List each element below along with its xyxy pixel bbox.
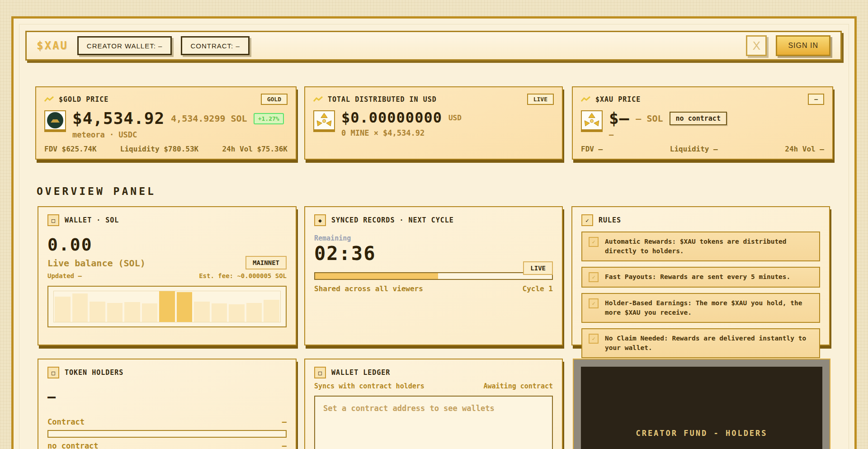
- panel-title: WALLET · SOL: [65, 216, 119, 224]
- x-social-icon[interactable]: X: [746, 35, 767, 56]
- cycle-timer: 02:36: [314, 244, 553, 263]
- holders-count: –: [47, 390, 287, 404]
- diamond-icon: ◆: [314, 214, 326, 226]
- xau-liquidity: Liquidity –: [670, 145, 718, 153]
- sparkline-bar: [229, 304, 245, 322]
- ledger-sub-right: Awaiting contract: [483, 382, 553, 390]
- ledger-placeholder: Set a contract address to see wallets: [323, 404, 495, 413]
- wallet-bars: [53, 291, 281, 322]
- sparkline-bar: [90, 302, 105, 322]
- creator-fund-label: CREATOR FUND - HOLDERS: [636, 429, 767, 438]
- panel-title: WALLET LEDGER: [331, 369, 390, 377]
- gold-price-value: $4,534.92: [72, 110, 165, 127]
- sparkline-bar: [212, 303, 227, 322]
- cycle-progress-track: [314, 272, 553, 280]
- rule-item: ✓ No Claim Needed: Rewards are delivered…: [581, 328, 820, 358]
- header-bar: $XAU CREATOR WALLET: – CONTRACT: – X SIG…: [25, 31, 842, 61]
- sparkline-bar: [107, 303, 123, 322]
- rule-check-icon: ✓: [589, 237, 599, 247]
- gold-pair-label: meteora · USDC: [72, 130, 284, 139]
- rules-card: ✓ RULES ✓ Automatic Rewards: $XAU tokens…: [571, 206, 830, 345]
- sign-in-button[interactable]: SIGN IN: [776, 35, 830, 56]
- wallet-updated: Updated –: [47, 272, 82, 279]
- xau-price-value: $–: [609, 110, 629, 127]
- gold-price-card: $GOLD PRICE GOLD $4,534.92 4,534.9299 SO…: [35, 86, 297, 160]
- live-badge: LIVE: [527, 94, 554, 105]
- trend-icon: [44, 96, 54, 103]
- mainnet-badge: MAINNET: [245, 256, 287, 269]
- sparkline-bar: [142, 303, 158, 322]
- contract-value: –: [282, 417, 287, 426]
- check-icon: ✓: [581, 214, 593, 226]
- ledger-list-box[interactable]: Set a contract address to see wallets: [314, 396, 553, 449]
- rule-check-icon: ✓: [589, 272, 599, 282]
- distributed-unit: USD: [448, 113, 462, 122]
- creator-wallet-button[interactable]: CREATOR WALLET: –: [77, 36, 172, 55]
- live-badge: LIVE: [523, 261, 553, 275]
- creator-fund-screen: CREATOR FUND - HOLDERS: [581, 367, 822, 449]
- holders-icon: □: [47, 367, 59, 378]
- rule-check-icon: ✓: [589, 334, 599, 344]
- sparkline-bar: [246, 303, 262, 322]
- rule-text: Holder-Based Earnings: The more $XAU you…: [605, 298, 813, 317]
- sparkline-bar: [177, 292, 193, 322]
- price-change-badge: +1.27%: [254, 113, 284, 124]
- xau-volume: 24h Vol –: [785, 145, 824, 153]
- card-title: TOTAL DISTRIBUTED IN USD: [328, 95, 437, 104]
- wallet-fee: Est. fee: ~0.000005 SOL: [199, 272, 287, 279]
- rule-text: No Claim Needed: Rewards are delivered i…: [605, 334, 813, 353]
- rule-item: ✓ Automatic Rewards: $XAU tokens are dis…: [581, 232, 820, 261]
- rule-item: ✓ Fast Payouts: Rewards are sent every 5…: [581, 267, 820, 288]
- wallet-ledger-card: □ WALLET LEDGER Syncs with contract hold…: [304, 359, 563, 449]
- card-title: $GOLD PRICE: [59, 95, 108, 104]
- cycle-progress-fill: [315, 273, 438, 279]
- no-contract-value: –: [282, 441, 287, 449]
- creator-fund-card: CREATOR FUND - HOLDERS: [573, 359, 830, 449]
- rule-check-icon: ✓: [589, 298, 599, 308]
- gold-fdv: FDV $625.74K: [44, 145, 97, 153]
- sparkline-bar: [194, 302, 210, 322]
- dash-badge: –: [808, 94, 824, 105]
- app-logo: $XAU: [37, 39, 68, 52]
- gold-volume: 24h Vol $75.36K: [222, 145, 288, 153]
- token-holders-card: □ TOKEN HOLDERS – Contract – no contract…: [38, 359, 297, 449]
- sync-footer-left: Shared across all viewers: [314, 284, 423, 293]
- rule-text: Fast Payouts: Rewards are sent every 5 m…: [605, 272, 790, 282]
- rule-item: ✓ Holder-Based Earnings: The more $XAU y…: [581, 293, 820, 323]
- wallet-icon: □: [47, 214, 59, 226]
- trend-icon: [313, 96, 323, 103]
- gold-badge: GOLD: [261, 94, 288, 105]
- contract-button[interactable]: CONTRACT: –: [181, 36, 249, 55]
- distributed-value: $0.00000000: [341, 110, 442, 125]
- ledger-sub-left: Syncs with contract holders: [314, 382, 425, 390]
- recycle-icon: [313, 110, 335, 132]
- holders-progress-track: [47, 430, 287, 438]
- xau-fdv: FDV –: [581, 145, 603, 153]
- panel-title: SYNCED RECORDS · NEXT CYCLE: [331, 216, 454, 224]
- no-contract-chip: no contract: [670, 112, 727, 125]
- overview-panel-heading: OVERVIEW PANEL: [37, 185, 156, 197]
- sync-footer-right: Cycle 1: [523, 284, 553, 293]
- sparkline-bar: [124, 302, 140, 322]
- xau-sub: –: [609, 130, 727, 139]
- distributed-sub: 0 MINE × $4,534.92: [341, 128, 462, 137]
- gold-price-sol: 4,534.9299 SOL: [171, 113, 247, 124]
- ledger-icon: □: [314, 367, 326, 378]
- trend-icon: [581, 96, 591, 103]
- xau-price-card: $XAU PRICE – $– – SOL no contract – FDV …: [572, 86, 833, 160]
- wallet-sol-card: □ WALLET · SOL 0.00 Live balance (SOL) M…: [38, 206, 297, 345]
- wallet-chart-box: [47, 286, 287, 327]
- sparkline-bar: [72, 293, 88, 322]
- panel-title: TOKEN HOLDERS: [65, 369, 123, 377]
- sparkline-bar: [55, 297, 71, 322]
- contract-label: Contract: [47, 417, 85, 426]
- no-contract-label: no contract: [47, 441, 99, 449]
- wallet-balance: 0.00: [47, 236, 287, 253]
- recycle-icon: [581, 110, 603, 132]
- card-title: $XAU PRICE: [595, 95, 641, 104]
- sparkline-bar: [264, 300, 279, 322]
- xau-price-sol: – SOL: [636, 113, 663, 124]
- synced-records-card: ◆ SYNCED RECORDS · NEXT CYCLE Remaining …: [304, 206, 563, 345]
- remaining-label: Remaining: [314, 234, 553, 242]
- sparkline-bar: [159, 291, 175, 322]
